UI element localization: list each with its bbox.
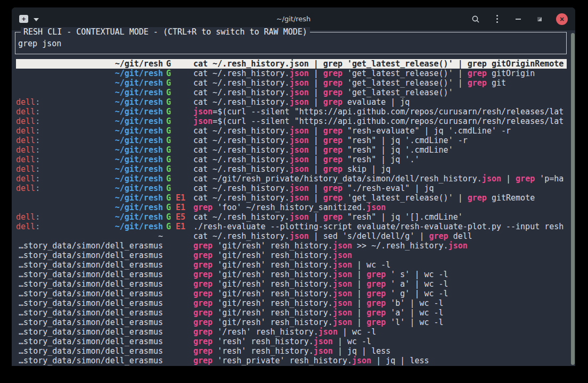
row-host: dell: (16, 155, 40, 164)
row-location: …story_data/simon/dell_erasmus (16, 270, 163, 279)
match-highlight: json (193, 116, 213, 126)
row-flags (163, 356, 193, 365)
history-row[interactable]: dell:~/git/resh G json=$(curl --silent "… (16, 107, 567, 116)
row-flags (163, 308, 193, 318)
history-row[interactable]: dell:~/git/resh G cat ~/.resh_history.js… (16, 136, 567, 145)
flag-g: G (166, 88, 171, 97)
row-directory: …story_data/simon/dell_erasmus (19, 241, 163, 251)
history-row[interactable]: dell:~/git/resh G json=$(curl --silent "… (16, 116, 567, 126)
history-row[interactable]: ~/git/resh G E1 cat ~/.resh_history.json… (16, 193, 567, 203)
minimize-icon (516, 19, 521, 20)
row-flags (163, 270, 193, 279)
match-highlight: grep (193, 289, 213, 298)
scrollbar-thumb[interactable] (571, 33, 575, 365)
history-row[interactable]: dell:~/git/resh G E5 cat ~/.resh_history… (16, 212, 567, 222)
history-row[interactable]: …story_data/simon/dell_erasmus grep 'res… (16, 337, 567, 346)
row-directory: ~/git/resh (115, 222, 163, 231)
match-highlight: grep (323, 136, 342, 145)
row-directory: ~/git/resh (115, 78, 163, 88)
match-highlight: json (314, 337, 333, 346)
match-highlight: grep (366, 270, 386, 279)
match-highlight: grep (468, 78, 487, 88)
chevron-down-icon (34, 18, 39, 21)
row-command: grep 'resh_private' resh_history.json | … (193, 356, 567, 365)
history-row[interactable]: …story_data/simon/dell_erasmus grep 'git… (16, 318, 567, 327)
menu-button[interactable] (492, 14, 502, 24)
row-location: dell:~/git/resh (16, 174, 163, 184)
row-location: …story_data/simon/dell_erasmus (16, 337, 163, 346)
row-command: grep 'git/resh' resh_history.json (193, 251, 567, 260)
flag-g: G (166, 107, 171, 116)
history-row[interactable]: ~/git/resh G cat ~/.resh_history.json | … (16, 88, 567, 97)
flag-g: G (166, 97, 171, 107)
row-location: ~ (16, 231, 163, 241)
match-highlight: grep (366, 279, 386, 289)
close-button[interactable]: × (556, 13, 568, 25)
flag-e1: E1 (176, 193, 185, 203)
row-directory: …story_data/simon/dell_erasmus (19, 298, 163, 308)
match-highlight: grep (193, 337, 213, 346)
match-highlight: grep (323, 88, 342, 97)
match-highlight: json (290, 78, 309, 88)
history-row[interactable]: ~ cat ~/.resh_history.json | sed 's/dell… (16, 231, 567, 241)
history-row[interactable]: ~/git/resh G cat ~/.resh_history.json | … (16, 69, 567, 78)
match-highlight: json (333, 308, 352, 318)
row-flags (163, 298, 193, 308)
row-command: cat ~/.resh_history.json | grep "./resh-… (193, 184, 567, 193)
history-row[interactable]: dell:~/git/resh G cat ~/.resh_history.js… (16, 145, 567, 155)
history-row[interactable]: dell:~/git/resh G cat ~/git/resh_private… (16, 174, 567, 184)
flag-g: G (166, 155, 171, 164)
row-directory: ~/git/resh (115, 164, 163, 174)
history-row[interactable]: dell:~/git/resh G cat ~/.resh_history.js… (16, 184, 567, 193)
new-tab-button[interactable]: + (19, 15, 28, 23)
close-icon: × (560, 15, 564, 23)
history-row[interactable]: ~/git/resh G cat ~/.resh_history.json | … (16, 78, 567, 88)
history-row[interactable]: ~/git/resh G cat ~/.resh_history.json | … (16, 59, 567, 69)
row-host: dell: (16, 174, 40, 184)
row-directory: …story_data/simon/dell_erasmus (19, 279, 163, 289)
row-directory: …story_data/simon/dell_erasmus (19, 308, 163, 318)
history-row[interactable]: dell:~/git/resh G cat ~/.resh_history.js… (16, 97, 567, 107)
row-command: cat ~/.resh_history.json | grep 'get_lat… (193, 59, 567, 69)
row-command: grep 'git/resh' resh_history.json | grep… (193, 298, 567, 308)
history-row[interactable]: dell:~/git/resh G cat ~/.resh_history.js… (16, 155, 567, 164)
match-highlight: json (448, 241, 468, 251)
history-row[interactable]: …story_data/simon/dell_erasmus grep 'git… (16, 260, 567, 270)
search-button[interactable] (471, 14, 480, 24)
row-location: dell:~/git/resh (16, 164, 163, 174)
history-row[interactable]: …story_data/simon/dell_erasmus grep 'git… (16, 241, 567, 251)
row-command: grep 'git/resh' resh_history.json | grep… (193, 270, 567, 279)
history-row[interactable]: …story_data/simon/dell_erasmus grep 'res… (16, 356, 567, 365)
history-row[interactable]: dell:~/git/resh G cat ~/.resh_history.js… (16, 164, 567, 174)
match-highlight: grep (429, 231, 448, 241)
match-highlight: json (352, 356, 371, 365)
row-command: grep 'git/resh' resh_history.json >> ~/.… (193, 241, 567, 251)
row-command: grep 'foo' ~/resh_history_sanitized.json (193, 203, 567, 212)
row-flags: G E1 (163, 222, 193, 231)
match-highlight: grep (193, 251, 213, 260)
history-row[interactable]: ~/git/resh G E1 grep 'foo' ~/resh_histor… (16, 203, 567, 212)
restore-button[interactable] (535, 14, 544, 24)
history-row[interactable]: …story_data/simon/dell_erasmus grep 'git… (16, 251, 567, 260)
flag-g: G (166, 116, 171, 126)
history-row[interactable]: …story_data/simon/dell_erasmus grep 'git… (16, 270, 567, 279)
history-row[interactable]: …story_data/simon/dell_erasmus grep 'res… (16, 346, 567, 356)
history-row[interactable]: …story_data/simon/dell_erasmus grep 'git… (16, 289, 567, 298)
history-row[interactable]: …story_data/simon/dell_erasmus grep '/re… (16, 327, 567, 337)
minimize-button[interactable] (513, 14, 523, 24)
match-highlight: grep (366, 318, 386, 327)
row-flags (163, 289, 193, 298)
row-flags: G (163, 184, 193, 193)
history-row[interactable]: …story_data/simon/dell_erasmus grep 'git… (16, 279, 567, 289)
row-command: grep 'resh' resh_history.json | wc -l (193, 337, 567, 346)
row-command: cat ~/.resh_history.json | sed 's/dell/d… (193, 231, 567, 241)
menu-kebab-icon (496, 15, 498, 23)
row-flags: G (163, 59, 193, 69)
history-row[interactable]: dell:~/git/resh G cat ~/.resh_history.js… (16, 126, 567, 136)
history-row[interactable]: …story_data/simon/dell_erasmus grep 'git… (16, 308, 567, 318)
row-location: dell:~/git/resh (16, 212, 163, 222)
history-row[interactable]: dell:~/git/resh G E1 ./resh-evaluate --p… (16, 222, 567, 231)
match-highlight: grep (323, 145, 342, 155)
history-row[interactable]: …story_data/simon/dell_erasmus grep 'git… (16, 298, 567, 308)
tab-list-dropdown-button[interactable] (34, 15, 39, 23)
